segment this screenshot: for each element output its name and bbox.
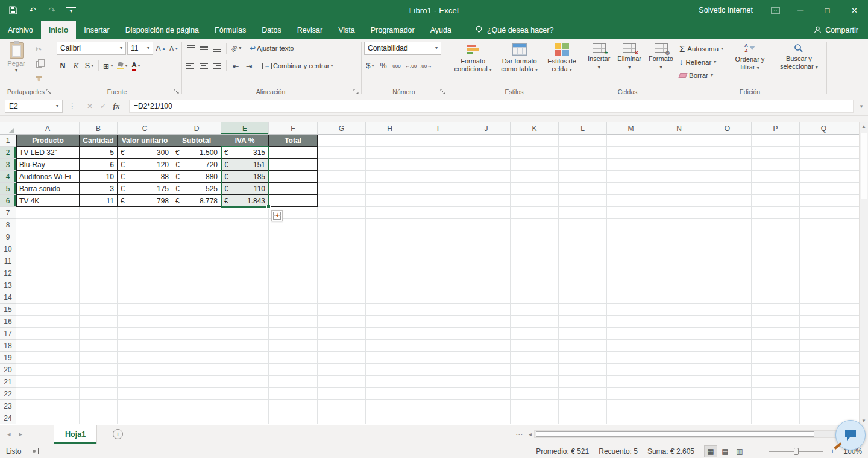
cell-K24[interactable] [511, 412, 559, 424]
cell-D11[interactable] [172, 255, 221, 267]
cell-I8[interactable] [414, 219, 462, 231]
assistant-bubble[interactable] [835, 420, 866, 450]
cell-J15[interactable] [462, 304, 511, 316]
cell-I1[interactable] [414, 135, 462, 147]
cell-I24[interactable] [414, 412, 462, 424]
cell-J22[interactable] [462, 388, 511, 400]
tab-datos[interactable]: Datos [254, 21, 289, 39]
cell-I9[interactable] [414, 231, 462, 243]
column-header-M[interactable]: M [607, 122, 655, 135]
cell-K1[interactable] [511, 135, 559, 147]
cell-Q12[interactable] [800, 267, 848, 279]
cell-A16[interactable] [16, 316, 80, 328]
row-header-3[interactable]: 3 [0, 159, 16, 171]
cell-D4[interactable]: €880 [172, 171, 221, 183]
cell-K21[interactable] [511, 376, 559, 388]
number-format-combo[interactable]: Contabilidad▾ [364, 42, 441, 55]
cell-G5[interactable] [318, 183, 366, 195]
cell-L4[interactable] [559, 171, 607, 183]
cell-O12[interactable] [703, 267, 752, 279]
share-button[interactable]: Compartir [814, 21, 858, 39]
cell-G24[interactable] [318, 412, 366, 424]
cell-A4[interactable]: Audífonos Wi-Fi [16, 171, 80, 183]
cell-K17[interactable] [511, 328, 559, 340]
cell-F19[interactable] [269, 352, 318, 364]
cell-B24[interactable] [80, 412, 118, 424]
cell-filler14[interactable] [848, 291, 859, 304]
cell-C8[interactable] [118, 219, 172, 231]
cell-K19[interactable] [511, 352, 559, 364]
cell-B12[interactable] [80, 267, 118, 279]
close-button[interactable]: ✕ [841, 0, 868, 21]
cell-M6[interactable] [607, 195, 655, 207]
row-header-18[interactable]: 18 [0, 340, 16, 352]
cell-K8[interactable] [511, 219, 559, 231]
cell-L14[interactable] [559, 291, 607, 304]
cell-H15[interactable] [366, 304, 414, 316]
cell-L19[interactable] [559, 352, 607, 364]
cell-Q20[interactable] [800, 364, 848, 376]
cell-filler2[interactable] [848, 147, 859, 159]
cell-M21[interactable] [607, 376, 655, 388]
cell-F1[interactable]: Total [269, 135, 318, 147]
cell-H23[interactable] [366, 400, 414, 412]
cell-J9[interactable] [462, 231, 511, 243]
cell-filler4[interactable] [848, 171, 859, 183]
cell-A21[interactable] [16, 376, 80, 388]
cell-C9[interactable] [118, 231, 172, 243]
cell-P22[interactable] [752, 388, 800, 400]
cell-K10[interactable] [511, 243, 559, 255]
tab-insertar[interactable]: Insertar [76, 21, 117, 39]
cell-Q21[interactable] [800, 376, 848, 388]
cell-I20[interactable] [414, 364, 462, 376]
cell-E13[interactable] [221, 279, 269, 291]
cell-Q6[interactable] [800, 195, 848, 207]
cell-B14[interactable] [80, 291, 118, 304]
cell-A15[interactable] [16, 304, 80, 316]
row-header-7[interactable]: 7 [0, 207, 16, 219]
cell-O18[interactable] [703, 340, 752, 352]
cell-C1[interactable]: Valor unitario [118, 135, 172, 147]
cell-C20[interactable] [118, 364, 172, 376]
cell-M13[interactable] [607, 279, 655, 291]
cell-M2[interactable] [607, 147, 655, 159]
cell-I4[interactable] [414, 171, 462, 183]
row-header-11[interactable]: 11 [0, 255, 16, 267]
cell-O3[interactable] [703, 159, 752, 171]
cell-N6[interactable] [655, 195, 703, 207]
cell-C6[interactable]: €798 [118, 195, 172, 207]
cell-E6[interactable]: €1.843 [221, 195, 269, 207]
cell-H10[interactable] [366, 243, 414, 255]
cell-D10[interactable] [172, 243, 221, 255]
cell-G18[interactable] [318, 340, 366, 352]
cell-K2[interactable] [511, 147, 559, 159]
cell-L12[interactable] [559, 267, 607, 279]
cell-G20[interactable] [318, 364, 366, 376]
cell-G9[interactable] [318, 231, 366, 243]
cell-G11[interactable] [318, 255, 366, 267]
expand-formula-bar-icon[interactable]: ▾ [855, 103, 868, 109]
cell-Q19[interactable] [800, 352, 848, 364]
cell-J10[interactable] [462, 243, 511, 255]
font-color-button[interactable]: A▾ [130, 59, 142, 72]
tab-ayuda[interactable]: Ayuda [423, 21, 459, 39]
cell-I23[interactable] [414, 400, 462, 412]
tab-revisar[interactable]: Revisar [289, 21, 330, 39]
status-recuento[interactable]: Recuento: 5 [599, 447, 638, 456]
cell-J16[interactable] [462, 316, 511, 328]
cell-G4[interactable] [318, 171, 366, 183]
row-header-2[interactable]: 2 [0, 147, 16, 159]
cell-filler1[interactable] [848, 135, 859, 147]
cell-C16[interactable] [118, 316, 172, 328]
cell-C5[interactable]: €175 [118, 183, 172, 195]
cell-F5[interactable] [269, 183, 318, 195]
cell-Q18[interactable] [800, 340, 848, 352]
cell-L24[interactable] [559, 412, 607, 424]
tab-archivo[interactable]: Archivo [0, 21, 41, 39]
cell-M8[interactable] [607, 219, 655, 231]
cell-filler17[interactable] [848, 328, 859, 340]
cell-J13[interactable] [462, 279, 511, 291]
cell-I5[interactable] [414, 183, 462, 195]
cell-D17[interactable] [172, 328, 221, 340]
cell-P4[interactable] [752, 171, 800, 183]
